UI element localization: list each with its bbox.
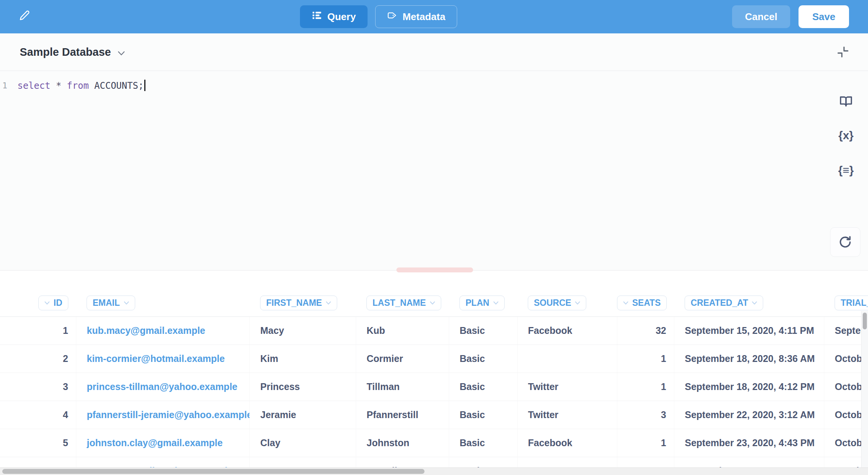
table-cell[interactable]: 32: [617, 317, 674, 345]
column-header-cell: PLAN: [449, 271, 517, 317]
column-header-email[interactable]: EMAIL: [87, 296, 135, 310]
table-row: 4pfannerstill-jeramie@yahoo.exampleJeram…: [0, 401, 868, 429]
vertical-scrollbar[interactable]: [861, 311, 868, 467]
table-cell[interactable]: September 22, 2020, 3:12 AM: [674, 401, 824, 429]
table-cell[interactable]: 1: [617, 373, 674, 401]
table-cell[interactable]: 5: [0, 429, 76, 457]
chevron-down-icon: [44, 301, 50, 305]
table-cell[interactable]: Jeramie: [249, 401, 356, 429]
table-cell[interactable]: 1: [617, 429, 674, 457]
database-name: Sample Database: [20, 46, 111, 58]
column-header-cell: ID: [0, 271, 76, 317]
horizontal-scrollbar-thumb[interactable]: [2, 469, 425, 474]
table-cell[interactable]: Macy: [249, 317, 356, 345]
book-icon: [839, 94, 853, 108]
tab-metadata[interactable]: Metadata: [375, 5, 457, 28]
vertical-scrollbar-thumb[interactable]: [863, 313, 867, 329]
sql-token: *: [56, 80, 61, 91]
sql-token: select: [17, 80, 51, 91]
chevron-down-icon: [118, 46, 125, 58]
column-header-created_at[interactable]: CREATED_AT: [685, 296, 763, 310]
sql-token: ACCOUNTS;: [89, 80, 144, 91]
table-cell[interactable]: Kim: [249, 345, 356, 373]
table-cell[interactable]: 3: [617, 401, 674, 429]
chevron-down-icon: [752, 301, 757, 305]
table-cell[interactable]: Johnston: [356, 429, 449, 457]
table-cell[interactable]: Basic: [449, 401, 517, 429]
table-cell[interactable]: 2: [0, 345, 76, 373]
table-cell[interactable]: Twitter: [517, 401, 617, 429]
column-label: PLAN: [466, 298, 489, 308]
contract-icon: [836, 46, 849, 58]
table-cell[interactable]: [517, 345, 617, 373]
table-row: 1kub.macy@gmail.exampleMacyKubBasicFaceb…: [0, 317, 868, 345]
database-bar: Sample Database: [0, 33, 868, 71]
contract-editor-button[interactable]: [834, 43, 852, 61]
table-cell[interactable]: 1: [0, 317, 76, 345]
mode-tabs: Query Metadata: [300, 5, 457, 28]
table-cell[interactable]: Tillman: [356, 373, 449, 401]
run-query-button[interactable]: [830, 227, 860, 257]
chevron-down-icon: [326, 301, 331, 305]
column-header-first_name[interactable]: FIRST_NAME: [260, 296, 337, 310]
column-header-cell: CREATED_AT: [674, 271, 824, 317]
pencil-icon: [18, 9, 32, 24]
table-cell[interactable]: Basic: [449, 373, 517, 401]
email-link-cell[interactable]: johnston.clay@gmail.example: [76, 429, 249, 457]
table-cell[interactable]: Clay: [249, 429, 356, 457]
table-cell[interactable]: 1: [617, 345, 674, 373]
email-link-cell[interactable]: kub.macy@gmail.example: [76, 317, 249, 345]
table-cell[interactable]: Cormier: [356, 345, 449, 373]
chevron-down-icon: [493, 301, 499, 305]
database-selector[interactable]: Sample Database: [20, 46, 125, 58]
table-cell[interactable]: Facebook: [517, 429, 617, 457]
table-cell[interactable]: Basic: [449, 345, 517, 373]
table-cell[interactable]: September 18, 2020, 4:12 PM: [674, 373, 824, 401]
column-label: LAST_NAME: [372, 298, 426, 308]
table-cell[interactable]: September 15, 2020, 4:11 PM: [674, 317, 824, 345]
tab-query-label: Query: [327, 11, 356, 23]
column-header-last_name[interactable]: LAST_NAME: [366, 296, 441, 310]
table-cell[interactable]: Kub: [356, 317, 449, 345]
table-cell[interactable]: Twitter: [517, 373, 617, 401]
table-cell[interactable]: Basic: [449, 317, 517, 345]
sql-token: from: [67, 80, 89, 91]
chevron-down-icon: [623, 301, 628, 305]
column-header-trial_en[interactable]: TRIAL_EN: [835, 296, 868, 310]
email-link-cell[interactable]: kim-cormier@hotmail.example: [76, 345, 249, 373]
sql-token: [62, 80, 67, 91]
column-header-source[interactable]: SOURCE: [528, 296, 586, 310]
column-header-cell: FIRST_NAME: [249, 271, 356, 317]
table-cell[interactable]: September 18, 2020, 8:36 AM: [674, 345, 824, 373]
horizontal-scrollbar[interactable]: [0, 467, 868, 475]
chevron-down-icon: [124, 301, 129, 305]
table-cell[interactable]: 3: [0, 373, 76, 401]
cancel-button[interactable]: Cancel: [732, 5, 790, 28]
table-cell[interactable]: September 23, 2020, 4:43 PM: [674, 429, 824, 457]
snippets-button[interactable]: {≡}: [835, 160, 857, 181]
column-header-seats[interactable]: SEATS: [617, 296, 667, 310]
table-cell[interactable]: Princess: [249, 373, 356, 401]
email-link-cell[interactable]: princess-tillman@yahoo.example: [76, 373, 249, 401]
column-header-cell: TRIAL_EN: [824, 271, 868, 317]
column-header-cell: LAST_NAME: [356, 271, 449, 317]
sql-editor[interactable]: 1 select * from ACCOUNTS; {x} {≡}: [0, 71, 868, 270]
column-header-plan[interactable]: PLAN: [459, 296, 505, 310]
column-label: FIRST_NAME: [266, 298, 322, 308]
table-cell[interactable]: Basic: [449, 429, 517, 457]
editor-resize-handle[interactable]: [396, 267, 473, 272]
table-cell[interactable]: Facebook: [517, 317, 617, 345]
data-reference-button[interactable]: [835, 91, 857, 112]
results-table: IDEMAILFIRST_NAMELAST_NAMEPLANSOURCESEAT…: [0, 271, 868, 475]
variables-button[interactable]: {x}: [835, 125, 857, 146]
tab-query[interactable]: Query: [300, 5, 368, 28]
save-button[interactable]: Save: [799, 5, 849, 28]
column-header-id[interactable]: ID: [38, 296, 68, 310]
table-cell[interactable]: 4: [0, 401, 76, 429]
email-link-cell[interactable]: pfannerstill-jeramie@yahoo.example: [76, 401, 249, 429]
table-cell[interactable]: Pfannerstill: [356, 401, 449, 429]
line-number: 1: [0, 79, 17, 92]
tag-icon: [387, 10, 397, 23]
sql-code-line: select * from ACCOUNTS;: [17, 79, 145, 92]
tab-metadata-label: Metadata: [402, 11, 445, 23]
